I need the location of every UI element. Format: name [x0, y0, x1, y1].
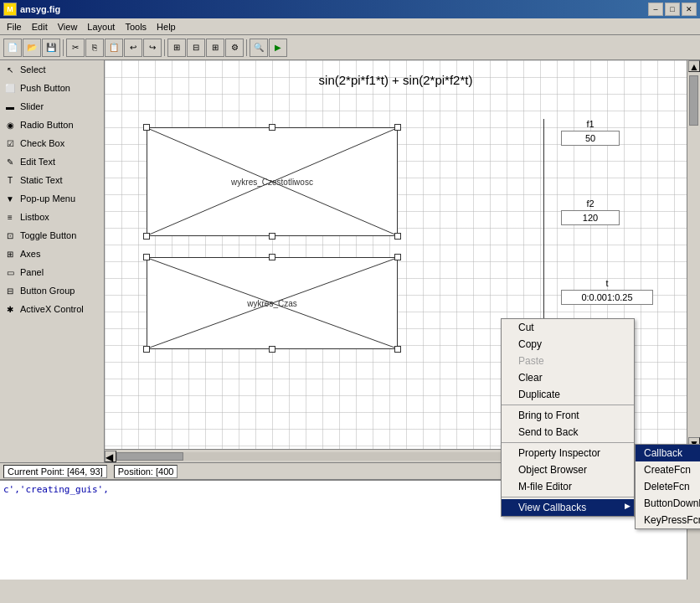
- align-button[interactable]: ⊞: [167, 39, 186, 57]
- axes-icon: ⊞: [3, 247, 17, 260]
- save-button[interactable]: 💾: [42, 39, 60, 57]
- listbox-icon: ≡: [3, 210, 17, 224]
- new-button[interactable]: 📄: [3, 39, 22, 57]
- toolbox-listbox[interactable]: ≡ Listbox: [0, 208, 104, 226]
- ctx-objbrowser[interactable]: Object Browser: [502, 461, 634, 478]
- copy-button[interactable]: ⎘: [85, 39, 104, 57]
- plot2-handle-tr[interactable]: [394, 254, 401, 260]
- menu-bar: File Edit View Layout Tools Help: [0, 18, 700, 35]
- canvas-vscrollbar[interactable]: ▲ ▼: [687, 60, 700, 449]
- toolbox-statictext-label: Static Text: [20, 175, 63, 185]
- toolbox-statictext[interactable]: T Static Text: [0, 171, 104, 189]
- toolbox-panel[interactable]: ▭ Panel: [0, 263, 104, 281]
- plot1-handle-bm[interactable]: [269, 233, 275, 240]
- toolbar-sep-2: [164, 39, 165, 56]
- panel-icon: ▭: [3, 265, 17, 279]
- ctx-copy[interactable]: Copy: [502, 336, 634, 353]
- plot1-handle-tl[interactable]: [143, 124, 150, 131]
- toolbox-checkbox[interactable]: ☑ Check Box: [0, 134, 104, 152]
- ctx-duplicate[interactable]: Duplicate: [502, 386, 634, 403]
- toolbox-edittext[interactable]: ✎ Edit Text: [0, 152, 104, 171]
- menu-tools[interactable]: Tools: [120, 20, 152, 34]
- edittext-icon: ✎: [3, 155, 17, 168]
- ctx-clear[interactable]: Clear: [502, 369, 634, 386]
- t-area: t: [561, 278, 653, 305]
- minimize-button[interactable]: –: [648, 3, 663, 16]
- menu-file[interactable]: File: [2, 20, 27, 34]
- toolbox-toggle[interactable]: ⊡ Toggle Button: [0, 226, 104, 245]
- toolbox-pushbutton-label: Push Button: [20, 83, 70, 93]
- toolbox-select[interactable]: ↖ Select: [0, 60, 104, 79]
- plot2-handle-tm[interactable]: [269, 254, 275, 260]
- hscroll-thumb[interactable]: [116, 452, 183, 461]
- submenu-keypressfcn[interactable]: KeyPressFcn: [636, 512, 700, 528]
- toolbox-slider[interactable]: ▬ Slider: [0, 97, 104, 116]
- menu-help[interactable]: Help: [152, 20, 181, 34]
- f2-input[interactable]: [561, 210, 620, 225]
- current-point-text: Current Point: [464, 93]: [8, 466, 103, 477]
- plot2-handle-bl[interactable]: [143, 346, 150, 353]
- undo-button[interactable]: ↩: [124, 39, 142, 57]
- toolbox-buttongroup-label: Button Group: [20, 286, 75, 296]
- vscroll-up[interactable]: ▲: [688, 60, 700, 72]
- t-label: t: [561, 278, 653, 288]
- menu-layout[interactable]: Layout: [82, 20, 120, 34]
- grid-button[interactable]: ⊟: [187, 39, 205, 57]
- ctx-sendback[interactable]: Send to Back: [502, 424, 634, 441]
- canvas-title: sin(2*pi*f1*t) + sin(2*pi*f2*t): [319, 73, 473, 87]
- toolbar: 📄 📂 💾 ✂ ⎘ 📋 ↩ ↪ ⊞ ⊟ ⊞ ⚙ 🔍 ▶: [0, 35, 700, 60]
- menu-edit[interactable]: Edit: [27, 20, 53, 34]
- ctx-paste[interactable]: Paste: [502, 353, 634, 369]
- inspect-button[interactable]: 🔍: [250, 39, 268, 57]
- plot1-handle-br[interactable]: [394, 233, 401, 240]
- position-text: Position: [400: [118, 466, 174, 477]
- plot1-handle-bl[interactable]: [143, 233, 150, 240]
- paste-button[interactable]: 📋: [105, 39, 123, 57]
- toolbox-select-label: Select: [20, 64, 46, 75]
- ctx-bringfront[interactable]: Bring to Front: [502, 407, 634, 424]
- hscroll-left[interactable]: ◀: [105, 451, 116, 462]
- submenu-deletefcn[interactable]: DeleteFcn: [636, 478, 700, 495]
- plot1-handle-tm[interactable]: [269, 124, 275, 131]
- run-button[interactable]: ▶: [269, 39, 287, 57]
- t-input[interactable]: [561, 290, 653, 305]
- title-bar-left: M ansyg.fig: [3, 3, 60, 16]
- toolbox-radiobutton[interactable]: ◉ Radio Button: [0, 116, 104, 134]
- submenu-buttondownfcn[interactable]: ButtonDownFcn: [636, 495, 700, 512]
- toolbox-buttongroup[interactable]: ⊟ Button Group: [0, 281, 104, 300]
- ctx-cut[interactable]: Cut: [502, 319, 634, 336]
- maximize-button[interactable]: □: [665, 3, 680, 16]
- plot2-handle-tl[interactable]: [143, 254, 150, 260]
- snap-button[interactable]: ⊞: [206, 39, 224, 57]
- vscroll-thumb[interactable]: [689, 75, 698, 126]
- app-icon: M: [3, 3, 17, 16]
- f1-input[interactable]: [561, 131, 620, 146]
- menu-view[interactable]: View: [53, 20, 83, 34]
- toolbox-popup[interactable]: ▼ Pop-up Menu: [0, 189, 104, 208]
- ctx-inspector[interactable]: Property Inspector: [502, 445, 634, 461]
- current-point-display: Current Point: [464, 93]: [3, 465, 107, 478]
- toolbox-axes-label: Axes: [20, 249, 40, 259]
- plot-czas[interactable]: wykres_Czas: [147, 257, 398, 349]
- title-bar: M ansyg.fig – □ ✕: [0, 0, 700, 18]
- open-button[interactable]: 📂: [23, 39, 41, 57]
- toolbox-popup-label: Pop-up Menu: [20, 193, 75, 204]
- toolbox-axes[interactable]: ⊞ Axes: [0, 245, 104, 263]
- toolbox-pushbutton[interactable]: ⬜ Push Button: [0, 79, 104, 97]
- plot2-handle-br[interactable]: [394, 346, 401, 353]
- toolbox-activex[interactable]: ✱ ActiveX Control: [0, 300, 104, 318]
- redo-button[interactable]: ↪: [143, 39, 162, 57]
- submenu-createfcn[interactable]: CreateFcn: [636, 461, 700, 478]
- plot1-handle-tr[interactable]: [394, 124, 401, 131]
- f1-area: f1: [561, 119, 620, 146]
- tools-button[interactable]: ⚙: [225, 39, 244, 57]
- plot1-svg: [147, 128, 397, 235]
- ctx-viewcallbacks[interactable]: View Callbacks: [502, 499, 634, 516]
- plot2-handle-bm[interactable]: [269, 346, 275, 353]
- plot-czestotliwosc[interactable]: wykres_Czestotliwosc: [147, 127, 398, 236]
- popup-icon: ▼: [3, 192, 17, 205]
- ctx-mfileeditor[interactable]: M-file Editor: [502, 478, 634, 495]
- submenu-callback[interactable]: Callback: [636, 445, 700, 461]
- cut-button[interactable]: ✂: [66, 39, 85, 57]
- close-button[interactable]: ✕: [682, 3, 697, 16]
